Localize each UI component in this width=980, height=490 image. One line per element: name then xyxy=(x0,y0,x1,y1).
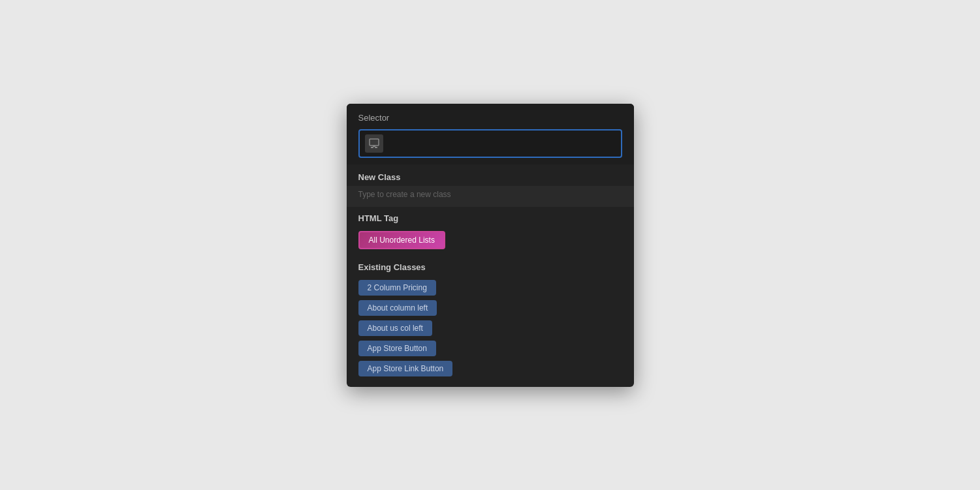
class-badge[interactable]: About column left xyxy=(358,300,437,316)
svg-rect-0 xyxy=(370,139,379,145)
new-class-label: New Class xyxy=(347,164,634,186)
existing-classes-label: Existing Classes xyxy=(347,256,634,276)
panel-body: New Class Type to create a new class HTM… xyxy=(347,164,634,387)
html-tag-badge[interactable]: All Unordered Lists xyxy=(358,231,445,249)
svg-rect-1 xyxy=(371,147,373,148)
svg-rect-3 xyxy=(373,145,375,147)
element-icon xyxy=(365,134,383,153)
class-badge[interactable]: About us col left xyxy=(358,320,432,336)
html-tag-section-label: HTML Tag xyxy=(347,207,634,227)
svg-rect-2 xyxy=(375,147,377,148)
selector-panel: Selector New Class Type to create a new … xyxy=(347,104,634,387)
class-badge[interactable]: App Store Button xyxy=(358,341,436,356)
new-class-sublabel: Type to create a new class xyxy=(347,186,634,207)
panel-header: Selector xyxy=(347,104,634,164)
panel-title: Selector xyxy=(358,113,622,123)
selector-input-wrapper[interactable] xyxy=(358,129,622,158)
element-svg-icon xyxy=(369,138,379,149)
selector-input[interactable] xyxy=(388,136,616,151)
existing-classes-list: 2 Column PricingAbout column leftAbout u… xyxy=(347,276,634,387)
class-badge[interactable]: 2 Column Pricing xyxy=(358,280,436,296)
html-tag-items: All Unordered Lists xyxy=(347,227,634,256)
class-badge[interactable]: App Store Link Button xyxy=(358,361,453,376)
